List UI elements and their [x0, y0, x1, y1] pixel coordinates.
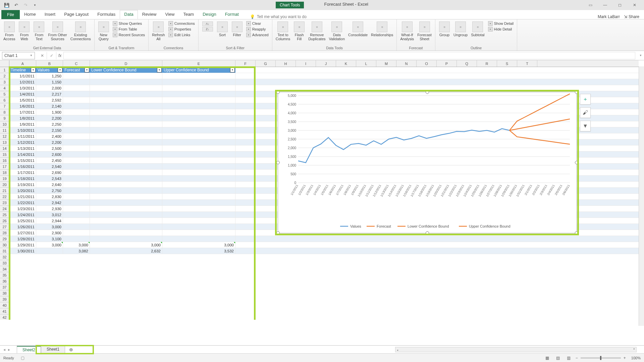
cell[interactable]: [63, 236, 90, 242]
cell[interactable]: 1/5/2011: [9, 97, 36, 103]
row-header[interactable]: 42: [0, 314, 9, 320]
cell[interactable]: 2,632: [90, 248, 162, 254]
chart-filter-button[interactable]: ▼: [580, 121, 591, 131]
cell[interactable]: 2,000: [36, 85, 63, 91]
cell[interactable]: 3,532: [162, 248, 235, 254]
row-header[interactable]: 24: [0, 206, 9, 212]
cell[interactable]: [63, 206, 90, 212]
new-query-button[interactable]: ▫NewQuery: [97, 21, 111, 42]
tab-design[interactable]: Design: [198, 10, 220, 19]
expand-formula-icon[interactable]: ▼: [637, 54, 644, 57]
dt-2[interactable]: ▫RemoveDuplicates: [307, 21, 327, 42]
add-sheet-button[interactable]: ⊕: [68, 346, 74, 353]
ols-0[interactable]: ▪Show Detail: [487, 21, 515, 26]
qat-more-icon[interactable]: ▼: [31, 1, 39, 9]
cell[interactable]: [90, 224, 162, 230]
row-header[interactable]: 34: [0, 266, 9, 272]
cell[interactable]: 1,250: [36, 73, 63, 79]
cell[interactable]: 1/10/2011: [9, 127, 36, 133]
cell[interactable]: 2,500: [36, 145, 63, 151]
cell[interactable]: 1/29/2011: [9, 242, 36, 248]
row-header[interactable]: 4: [0, 85, 9, 91]
row-header[interactable]: 5: [0, 91, 9, 97]
formula-input[interactable]: [63, 52, 635, 59]
column-header[interactable]: M: [376, 60, 396, 67]
share-button[interactable]: ⇲ Share: [624, 14, 639, 19]
cell[interactable]: [90, 182, 162, 187]
cell[interactable]: 1/22/2011: [9, 200, 36, 205]
cell[interactable]: [162, 152, 235, 157]
chart-handle[interactable]: [575, 90, 578, 94]
tab-review[interactable]: Review: [138, 10, 161, 19]
btn-ext-3[interactable]: ▫From OtherSources: [47, 21, 68, 42]
cell[interactable]: 1/11/2011: [9, 133, 36, 139]
cell[interactable]: 2,250: [36, 121, 63, 127]
cell[interactable]: [90, 194, 162, 199]
cell[interactable]: 1/9/2011: [9, 121, 36, 127]
cell[interactable]: 2,830: [36, 194, 63, 199]
table-column-header[interactable]: Upper Confidence Bound▾: [162, 67, 235, 73]
column-header[interactable]: Q: [457, 60, 477, 67]
cell[interactable]: [162, 164, 235, 169]
cell[interactable]: [90, 200, 162, 205]
fc-1[interactable]: ▫ForecastSheet: [416, 21, 433, 42]
select-all-corner[interactable]: [0, 60, 9, 67]
row-header[interactable]: 35: [0, 272, 9, 278]
cell[interactable]: [162, 194, 235, 199]
filter-dropdown-icon[interactable]: ▾: [31, 68, 36, 72]
row-header[interactable]: 22: [0, 194, 9, 200]
gt-0[interactable]: ▪Show Queries: [111, 21, 146, 26]
cell[interactable]: [162, 176, 235, 181]
row-header[interactable]: 20: [0, 182, 9, 188]
chart-handle[interactable]: [276, 90, 280, 94]
spreadsheet-grid[interactable]: ABCDEFGHIJKLMNOPQRST 1234567891011121314…: [0, 60, 644, 320]
cell[interactable]: 3,000: [36, 224, 63, 230]
cell[interactable]: [162, 85, 235, 91]
row-header[interactable]: 8: [0, 109, 9, 115]
cell[interactable]: 2,140: [36, 103, 63, 109]
row-header[interactable]: 33: [0, 260, 9, 266]
row-header[interactable]: 27: [0, 224, 9, 230]
cell[interactable]: [162, 188, 235, 193]
filter-dropdown-icon[interactable]: ▾: [85, 68, 89, 72]
cell[interactable]: 1/16/2011: [9, 164, 36, 169]
cell[interactable]: [162, 145, 235, 151]
conn-2[interactable]: ▪Edit Links: [167, 32, 196, 38]
tab-insert[interactable]: Insert: [40, 10, 60, 19]
row-header[interactable]: 30: [0, 242, 9, 248]
cell[interactable]: 3,000: [162, 242, 235, 248]
cell[interactable]: [90, 79, 162, 85]
chart-handle[interactable]: [426, 90, 429, 94]
table-column-header[interactable]: Timeline▾: [9, 67, 36, 73]
zoom-out-button[interactable]: −: [576, 356, 578, 360]
cell[interactable]: [90, 91, 162, 97]
row-header[interactable]: 41: [0, 308, 9, 314]
cell[interactable]: [63, 230, 90, 236]
tellme-input[interactable]: 💡 Tell me what you want to do: [250, 14, 307, 19]
chevron-down-icon[interactable]: ▼: [30, 54, 33, 57]
cell[interactable]: [63, 158, 90, 163]
cell[interactable]: 3,100: [36, 236, 63, 242]
name-box[interactable]: Chart 1 ▼: [2, 52, 35, 59]
cell[interactable]: [90, 164, 162, 169]
cell[interactable]: 1,900: [36, 109, 63, 115]
cell[interactable]: [63, 73, 90, 79]
table-row[interactable]: 1/28/20113,100: [9, 236, 644, 242]
tab-team[interactable]: Team: [179, 10, 198, 19]
enter-icon[interactable]: ✓: [47, 52, 56, 59]
column-header[interactable]: C: [63, 60, 90, 67]
btn-ext-1[interactable]: ▫FromWeb: [17, 21, 31, 42]
cell[interactable]: 3,000: [63, 242, 90, 248]
row-header[interactable]: 31: [0, 248, 9, 254]
cell[interactable]: 3,000: [36, 242, 63, 248]
cell[interactable]: 1/21/2011: [9, 194, 36, 199]
cell[interactable]: 2,930: [36, 206, 63, 212]
cell[interactable]: [63, 103, 90, 109]
cell[interactable]: 1/24/2011: [9, 212, 36, 218]
dt-0[interactable]: ▫Text toColumns: [274, 21, 291, 42]
chart-handle[interactable]: [575, 231, 578, 235]
dt-5[interactable]: ▫Relationships: [370, 21, 394, 38]
btn-ext-0[interactable]: ▫FromAccess: [2, 21, 16, 42]
cell[interactable]: [162, 127, 235, 133]
cell[interactable]: [162, 170, 235, 175]
